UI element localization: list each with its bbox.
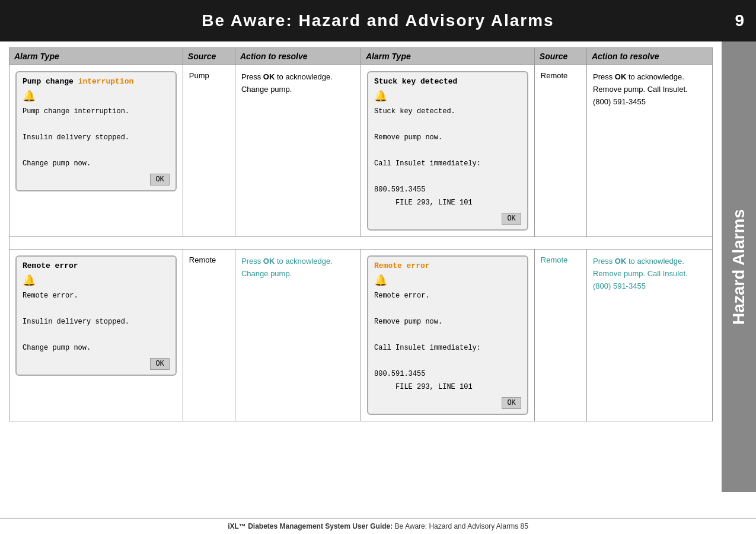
source-cell-pump: Pump [183,65,235,237]
page-number: 9 [720,11,744,30]
footer-normal-text: Be Aware: Hazard and Advisory Alarms 85 [393,522,528,530]
stuck-key-text-8: FILE 293, LINE 101 [374,197,521,208]
alarm-icon-remote-error-left: 🔔 [23,274,170,287]
spacer-row [9,237,713,250]
alarm-cell-pump-change: Pump change interruption 🔔 Pump change i… [9,65,183,237]
ok-bold-remote-left: OK [263,257,275,266]
action-text-pump-change: Press OK to acknowledge. Change pump. [241,71,355,96]
stuck-key-text-5: Call Insulet immediately: [374,158,521,169]
alarm-icon-pump-change: 🔔 [23,89,170,103]
stuck-key-text-2 [374,119,521,130]
stuck-key-text-7: 800.591.3455 [374,184,521,195]
remote-error-right-label: Remote error [374,261,430,270]
table-row: Pump change interruption 🔔 Pump change i… [9,65,713,237]
action-cell-remote-error-left: Press OK to acknowledge. Change pump. [235,250,361,421]
col-header-alarm-type-right: Alarm Type [361,48,534,65]
col-header-source-right: Source [534,48,586,65]
alarm-label-remote-error-left: Remote error [23,261,170,270]
remote-error-right-text-6 [374,356,521,366]
table-row-2: Remote error 🔔 Remote error. Insulin del… [9,250,713,421]
alarm-table: Alarm Type Source Action to resolve Alar… [9,47,713,421]
alarm-label-prefix: Pump change [23,77,78,86]
side-tab-label: Hazard Alarms [729,209,748,324]
main-content: Alarm Type Source Action to resolve Alar… [0,41,722,427]
device-screen-remote-error-right: Remote error 🔔 Remote error. Remove pump… [367,255,528,415]
remote-error-left-text-5: Change pump now. [23,343,170,353]
col-header-action-right: Action to resolve [586,48,712,65]
remote-error-left-text-3: Insulin delivery stopped. [23,316,170,327]
remote-error-right-text-4 [374,330,521,340]
source-cell-remote-error-right: Remote [534,250,586,421]
remote-error-right-text-1: Remote error. [374,290,521,301]
page-footer: iXL™ Diabetes Management System User Gui… [0,518,756,534]
side-tab: Hazard Alarms [722,41,756,492]
action-cell-pump-change: Press OK to acknowledge. Change pump. [235,65,361,237]
stuck-key-text-6 [374,171,521,182]
action-cell-stuck-key: Press OK to acknowledge. Remove pump. Ca… [586,65,712,237]
stuck-key-text-4 [374,145,521,156]
alarm-cell-remote-error-left: Remote error 🔔 Remote error. Insulin del… [9,250,183,421]
ok-button-remote-error-right: OK [502,397,521,409]
remote-error-left-text-4 [23,330,170,340]
action-text-remote-error-right: Press OK to acknowledge. Remove pump. Ca… [593,255,706,292]
ok-button-pump-change: OK [150,174,169,186]
alarm-text-line1: Pump change interruption. [23,106,170,117]
ok-bold-remote-right: OK [615,257,627,266]
alarm-text-line2 [23,119,170,130]
remote-error-right-text-2 [374,303,521,314]
alarm-label-remote-error-right: Remote error [374,261,521,270]
spacer-cell [9,237,713,250]
device-screen-remote-error-left: Remote error 🔔 Remote error. Insulin del… [15,255,177,376]
col-header-source-left: Source [183,48,235,65]
alarm-text-line4 [23,145,170,156]
table-header-row: Alarm Type Source Action to resolve Alar… [9,48,713,65]
action-cell-remote-error-right: Press OK to acknowledge. Remove pump. Ca… [586,250,712,421]
footer-bold-text: iXL™ Diabetes Management System User Gui… [228,522,393,530]
source-cell-remote-error-left: Remote [183,250,235,421]
alarm-label-highlight: interruption [78,77,134,86]
alarm-label-pump-change: Pump change interruption [23,77,170,86]
stuck-key-text-3: Remove pump now. [374,132,521,143]
col-header-alarm-type-left: Alarm Type [9,48,183,65]
device-screen-pump-change: Pump change interruption 🔔 Pump change i… [15,71,177,191]
device-screen-stuck-key: Stuck key detected 🔔 Stuck key detected.… [367,71,528,231]
page-header: Be Aware: Hazard and Advisory Alarms 9 [0,0,756,41]
source-cell-stuck-key: Remote [534,65,586,237]
remote-error-right-text-8: FILE 293, LINE 101 [374,382,521,392]
stuck-key-label-text: Stuck key detected [374,77,457,86]
alarm-label-stuck-key: Stuck key detected [374,77,521,86]
action-text-stuck-key: Press OK to acknowledge. Remove pump. Ca… [593,71,706,108]
remote-error-left-text-1: Remote error. [23,290,170,301]
remote-error-left-text-2 [23,303,170,314]
alarm-icon-stuck-key: 🔔 [374,89,521,103]
alarm-cell-remote-error-right: Remote error 🔔 Remote error. Remove pump… [361,250,534,421]
ok-button-stuck-key: OK [502,213,521,225]
remote-error-right-text-3: Remove pump now. [374,316,521,327]
alarm-icon-remote-error-right: 🔔 [374,274,521,287]
alarm-text-line3: Insulin delivery stopped. [23,132,170,143]
ok-bold-stuck: OK [615,72,627,81]
header-title: Be Aware: Hazard and Advisory Alarms [36,11,720,30]
ok-button-remote-error-left: OK [150,358,169,370]
remote-error-right-text-7: 800.591.3455 [374,369,521,379]
remote-error-left-label: Remote error [23,261,78,270]
col-header-action-left: Action to resolve [235,48,361,65]
stuck-key-text-1: Stuck key detected. [374,106,521,117]
action-text-remote-error-left: Press OK to acknowledge. Change pump. [241,255,355,280]
remote-error-right-text-5: Call Insulet immediately: [374,343,521,353]
alarm-cell-stuck-key: Stuck key detected 🔔 Stuck key detected.… [361,65,534,237]
alarm-text-line5: Change pump now. [23,158,170,169]
ok-bold: OK [263,72,275,81]
